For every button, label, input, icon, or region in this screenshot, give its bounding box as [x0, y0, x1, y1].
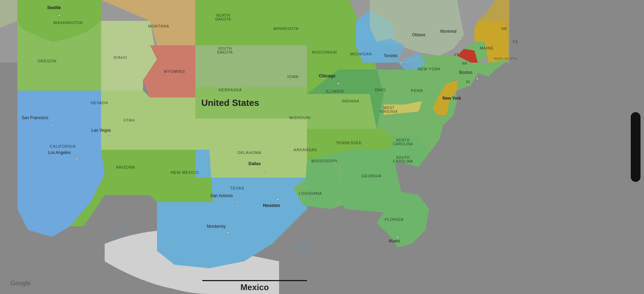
map-svg: [0, 0, 523, 294]
gulf-of-mexico-label: Gulf ofMexico: [297, 242, 310, 252]
google-logo: Google: [10, 280, 31, 287]
mexico-label: Mexico: [202, 280, 307, 292]
svg-rect-2: [509, 0, 523, 294]
scrollbar-indicator[interactable]: [631, 112, 641, 182]
map-container: United States WASHINGTON OREGON CALIFORN…: [0, 0, 644, 294]
